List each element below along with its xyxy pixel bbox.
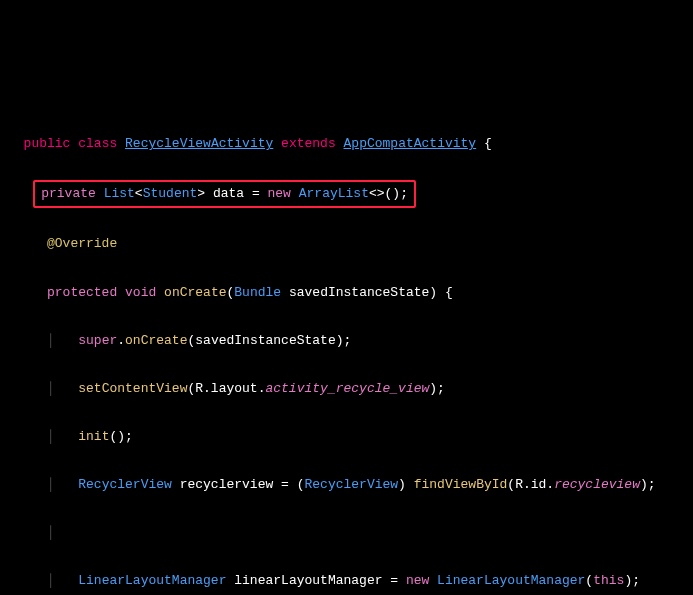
method-findviewbyid: findViewById [414,477,508,492]
parent-class: AppCompatActivity [344,136,477,151]
blank-line: │ [8,521,693,545]
id-resource: recycleview [554,477,640,492]
highlight-box: private List<Student> data = new ArrayLi… [33,180,416,208]
args-close: ); [624,573,640,588]
args-open: (R.id. [507,477,554,492]
kw-public: public [24,136,71,151]
angle-gt: > [197,186,205,201]
code-line: │ super.onCreate(savedInstanceState); [8,329,693,353]
class-name: RecycleViewActivity [125,136,273,151]
args-close: ); [429,381,445,396]
method-init: init [78,429,109,444]
diamond-call: <>(); [369,186,408,201]
code-line: │ RecyclerView recyclerview = (RecyclerV… [8,473,693,497]
kw-class: class [78,136,117,151]
kw-this: this [593,573,624,588]
kw-new: new [268,186,291,201]
type-bundle: Bundle [234,285,281,300]
method-oncreate: onCreate [125,333,187,348]
cast-close: ) [398,477,414,492]
args-close: ); [640,477,656,492]
type-arraylist: ArrayList [291,186,369,201]
brace: { [476,136,492,151]
type-list: List [104,186,135,201]
code-line: │ LinearLayoutManager linearLayoutManage… [8,569,693,593]
code-editor[interactable]: public class RecycleViewActivity extends… [8,108,693,595]
annotation-override: @Override [47,236,117,251]
cast-type: RecyclerView [304,477,398,492]
lparen: ( [585,573,593,588]
kw-super: super [78,333,117,348]
kw-private: private [41,186,96,201]
layout-resource: activity_recycle_view [265,381,429,396]
args-open: (R.layout. [187,381,265,396]
call-end: (); [109,429,132,444]
param: savedInstanceState) { [281,285,453,300]
kw-new: new [406,573,429,588]
code-line: │ init(); [8,425,693,449]
kw-protected: protected [47,285,117,300]
ctor-name: LinearLayoutManager [429,573,585,588]
angle-lt: < [135,186,143,201]
kw-extends: extends [281,136,336,151]
code-line-highlighted: private List<Student> data = new ArrayLi… [8,180,693,208]
var-decl: data = [205,186,267,201]
var-decl: linearLayoutManager = [226,573,405,588]
code-line: protected void onCreate(Bundle savedInst… [8,281,693,305]
type-linearlayoutmanager: LinearLayoutManager [78,573,226,588]
type-student: Student [143,186,198,201]
var-decl: recyclerview = ( [172,477,305,492]
code-line: public class RecycleViewActivity extends… [8,132,693,156]
code-line: │ setContentView(R.layout.activity_recyc… [8,377,693,401]
type-recyclerview: RecyclerView [78,477,172,492]
method-setcontentview: setContentView [78,381,187,396]
args: (savedInstanceState); [187,333,351,348]
code-line: @Override [8,232,693,256]
method-oncreate: onCreate [164,285,226,300]
kw-void: void [125,285,156,300]
